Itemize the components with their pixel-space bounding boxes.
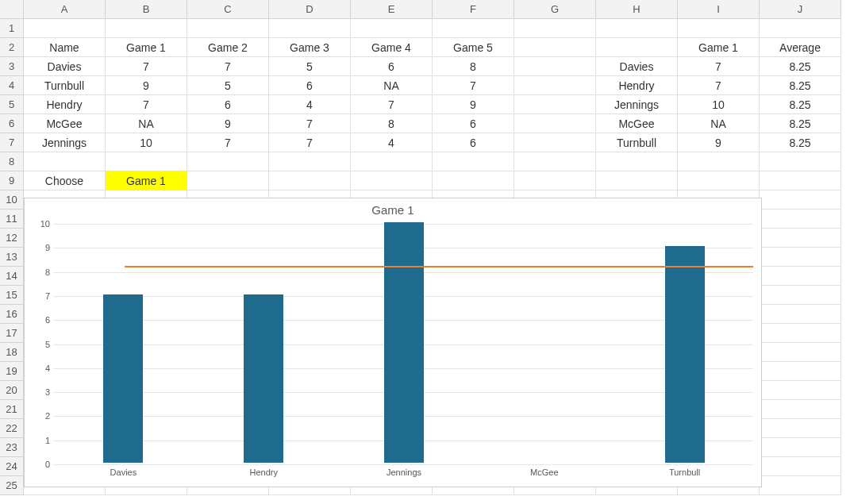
cell-A1[interactable] [24, 19, 106, 38]
cell-H7[interactable]: Turnbull [596, 133, 678, 152]
bar-jennings[interactable] [384, 222, 424, 463]
cell-H5[interactable]: Jennings [596, 95, 678, 114]
col-header-A[interactable]: A [24, 0, 106, 19]
cell-J22[interactable] [760, 419, 841, 438]
cell-I5[interactable]: 10 [678, 95, 760, 114]
cell-E2[interactable]: Game 4 [351, 38, 433, 57]
cell-F6[interactable]: 6 [433, 114, 514, 133]
cell-A3[interactable]: Davies [24, 57, 106, 76]
row-header-8[interactable]: 8 [0, 152, 24, 171]
cell-A7[interactable]: Jennings [24, 133, 106, 152]
row-header-19[interactable]: 19 [0, 362, 24, 381]
cell-I9[interactable] [678, 171, 760, 190]
cell-F8[interactable] [433, 152, 514, 171]
col-header-H[interactable]: H [596, 0, 678, 19]
cell-D1[interactable] [269, 19, 351, 38]
row-header-1[interactable]: 1 [0, 19, 24, 38]
row-header-22[interactable]: 22 [0, 419, 24, 438]
cell-A9[interactable]: Choose [24, 171, 106, 190]
cell-J2[interactable]: Average [760, 38, 841, 57]
bar-turnbull[interactable] [665, 246, 705, 463]
cell-B3[interactable]: 7 [106, 57, 187, 76]
cell-G6[interactable] [514, 114, 596, 133]
row-header-13[interactable]: 13 [0, 248, 24, 267]
cell-F4[interactable]: 7 [433, 76, 514, 95]
row-header-15[interactable]: 15 [0, 286, 24, 305]
cell-D7[interactable]: 7 [269, 133, 351, 152]
row-header-23[interactable]: 23 [0, 438, 24, 457]
col-header-C[interactable]: C [187, 0, 269, 19]
col-header-E[interactable]: E [351, 0, 433, 19]
cell-J5[interactable]: 8.25 [760, 95, 841, 114]
row-header-5[interactable]: 5 [0, 95, 24, 114]
cell-G3[interactable] [514, 57, 596, 76]
cell-B9[interactable]: Game 1 [106, 171, 187, 190]
cell-H4[interactable]: Hendry [596, 76, 678, 95]
cell-J14[interactable] [760, 267, 841, 286]
col-header-G[interactable]: G [514, 0, 596, 19]
cell-H2[interactable] [596, 38, 678, 57]
cell-A6[interactable]: McGee [24, 114, 106, 133]
corner-cell[interactable] [0, 0, 24, 19]
cell-J13[interactable] [760, 248, 841, 267]
cell-B7[interactable]: 10 [106, 133, 187, 152]
cell-B6[interactable]: NA [106, 114, 187, 133]
cell-A4[interactable]: Turnbull [24, 76, 106, 95]
row-header-2[interactable]: 2 [0, 38, 24, 57]
row-header-20[interactable]: 20 [0, 381, 24, 400]
cell-C8[interactable] [187, 152, 269, 171]
row-header-12[interactable]: 12 [0, 229, 24, 248]
chart-game1[interactable]: Game 1 012345678910DaviesHendryJenningsM… [24, 198, 762, 487]
row-header-14[interactable]: 14 [0, 267, 24, 286]
cell-C9[interactable] [187, 171, 269, 190]
cell-C2[interactable]: Game 2 [187, 38, 269, 57]
row-header-10[interactable]: 10 [0, 190, 24, 210]
row-header-9[interactable]: 9 [0, 171, 24, 190]
row-header-21[interactable]: 21 [0, 400, 24, 419]
cell-C6[interactable]: 9 [187, 114, 269, 133]
cell-G7[interactable] [514, 133, 596, 152]
cell-J18[interactable] [760, 343, 841, 362]
cell-I4[interactable]: 7 [678, 76, 760, 95]
cell-J19[interactable] [760, 362, 841, 381]
cell-J7[interactable]: 8.25 [760, 133, 841, 152]
cell-J16[interactable] [760, 305, 841, 324]
cell-C3[interactable]: 7 [187, 57, 269, 76]
cell-B2[interactable]: Game 1 [106, 38, 187, 57]
cell-E6[interactable]: 8 [351, 114, 433, 133]
cell-B4[interactable]: 9 [106, 76, 187, 95]
cell-E7[interactable]: 4 [351, 133, 433, 152]
cell-H8[interactable] [596, 152, 678, 171]
cell-H3[interactable]: Davies [596, 57, 678, 76]
cell-F1[interactable] [433, 19, 514, 38]
cell-J15[interactable] [760, 286, 841, 305]
cell-A2[interactable]: Name [24, 38, 106, 57]
cell-I1[interactable] [678, 19, 760, 38]
bar-hendry[interactable] [244, 294, 283, 463]
cell-I8[interactable] [678, 152, 760, 171]
cell-B1[interactable] [106, 19, 187, 38]
cell-E1[interactable] [351, 19, 433, 38]
cell-E3[interactable]: 6 [351, 57, 433, 76]
cell-J6[interactable]: 8.25 [760, 114, 841, 133]
cell-C4[interactable]: 5 [187, 76, 269, 95]
cell-D6[interactable]: 7 [269, 114, 351, 133]
cell-J4[interactable]: 8.25 [760, 76, 841, 95]
cell-D9[interactable] [269, 171, 351, 190]
row-header-17[interactable]: 17 [0, 324, 24, 343]
cell-I7[interactable]: 9 [678, 133, 760, 152]
row-header-3[interactable]: 3 [0, 57, 24, 76]
cell-J24[interactable] [760, 457, 841, 476]
cell-E8[interactable] [351, 152, 433, 171]
cell-J21[interactable] [760, 400, 841, 419]
cell-H6[interactable]: McGee [596, 114, 678, 133]
cell-C1[interactable] [187, 19, 269, 38]
col-header-D[interactable]: D [269, 0, 351, 19]
cell-E9[interactable] [351, 171, 433, 190]
cell-F3[interactable]: 8 [433, 57, 514, 76]
cell-D3[interactable]: 5 [269, 57, 351, 76]
cell-J23[interactable] [760, 438, 841, 457]
cell-J20[interactable] [760, 381, 841, 400]
col-header-F[interactable]: F [433, 0, 514, 19]
cell-J12[interactable] [760, 229, 841, 248]
